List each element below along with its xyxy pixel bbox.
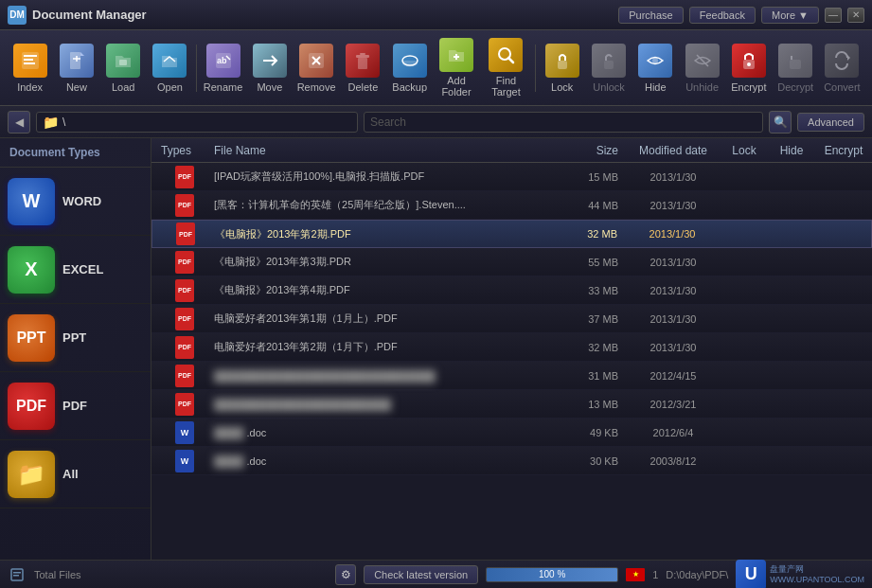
file-date-text: 2012/3/21 — [650, 399, 697, 410]
table-row[interactable]: PDF [IPAD玩家普级活用100%].电脑报.扫描版.PDF 15 MB 2… — [151, 163, 872, 191]
table-row[interactable]: W ████ .doc 30 KB 2003/8/12 — [151, 447, 872, 475]
file-name-text: 《电脑报》2013年第3期.PDR — [214, 256, 351, 267]
delete-label: Delete — [348, 81, 379, 93]
table-row[interactable]: PDF [黑客：计算机革命的英雄（25周年纪念版）].Steven.... 44… — [151, 191, 872, 220]
sidebar-item-excel[interactable]: X EXCEL — [0, 236, 151, 304]
path-icon: 📁 — [43, 115, 59, 130]
pdf-small-icon: PDF — [175, 194, 194, 217]
toolbar-addfolder-button[interactable]: Add Folder — [434, 36, 478, 100]
file-size-text: 32 MB — [588, 342, 618, 353]
file-date-cell: 2013/1/30 — [626, 284, 721, 297]
all-type-label: All — [62, 467, 79, 481]
search-button[interactable]: 🔍 — [769, 111, 792, 134]
sidebar-item-word[interactable]: W WORD — [0, 168, 151, 236]
pdf-type-icon: PDF — [8, 383, 55, 430]
open-icon — [151, 43, 187, 79]
toolbar-rename-button[interactable]: ab Rename — [201, 36, 245, 100]
pdf-small-icon: PDF — [176, 223, 195, 245]
toolbar-unhide-button[interactable]: Unhide — [680, 36, 724, 100]
sidebar: Document Types W WORD X EXCEL PPT PPT PD… — [0, 138, 151, 560]
table-row[interactable]: PDF ██████████████████████████████ 31 MB… — [151, 362, 872, 390]
svg-rect-2 — [24, 59, 33, 61]
search-display: Search — [364, 112, 763, 133]
toolbar-remove-button[interactable]: Remove — [294, 36, 338, 100]
col-header-date: Modified date — [626, 144, 721, 157]
backup-label: Backup — [392, 81, 427, 93]
file-date-text: 2013/1/30 — [650, 200, 697, 211]
toolbar-encrypt-button[interactable]: Encrypt — [726, 36, 771, 100]
toolbar-load-button[interactable]: Load — [101, 36, 146, 100]
sidebar-item-pdf[interactable]: PDF PDF — [0, 372, 151, 440]
file-name-text: 电脑爱好者2013年第1期（1月上）.PDF — [214, 312, 398, 324]
purchase-button[interactable]: Purchase — [618, 7, 683, 24]
col-header-types: Types — [151, 144, 208, 157]
toolbar-convert-button[interactable]: Convert — [820, 36, 864, 100]
more-button[interactable]: More ▼ — [761, 7, 819, 24]
file-name-cell: [黑客：计算机革命的英雄（25周年纪念版）].Steven.... — [208, 198, 560, 212]
encrypt-icon — [731, 43, 767, 79]
toolbar-findtarget-button[interactable]: Find Target — [481, 36, 532, 100]
svg-rect-33 — [13, 575, 19, 577]
table-row[interactable]: PDF 《电脑报》2013年第4期.PDF 33 MB 2013/1/30 — [151, 276, 872, 305]
decrypt-icon — [777, 43, 813, 79]
index-icon — [12, 43, 48, 79]
pdf-small-icon: PDF — [175, 279, 194, 302]
toolbar-open-button[interactable]: Open — [148, 36, 192, 100]
move-icon — [252, 43, 288, 79]
file-size-cell: 55 MB — [560, 256, 626, 269]
progress-bar: 100 % — [486, 567, 618, 582]
unlock-label: Unlock — [593, 81, 625, 93]
table-row[interactable]: W ████ .doc 49 KB 2012/6/4 — [151, 419, 872, 447]
advanced-button[interactable]: Advanced — [797, 113, 864, 132]
toolbar-index-button[interactable]: Index — [8, 36, 52, 100]
file-size-cell: 44 MB — [560, 199, 626, 212]
check-version-button[interactable]: Check latest version — [364, 565, 478, 584]
table-row[interactable]: PDF 电脑爱好者2013年第2期（1月下）.PDF 32 MB 2013/1/… — [151, 333, 872, 362]
rename-label: Rename — [204, 81, 243, 93]
table-row[interactable]: PDF ████████████████████████ 13 MB 2012/… — [151, 390, 872, 419]
index-label: Index — [17, 81, 43, 93]
word-small-icon: W — [175, 421, 194, 444]
status-path: D:\0day\PDF\ — [666, 569, 728, 580]
toolbar-delete-button[interactable]: Delete — [341, 36, 385, 100]
nav-back-button[interactable]: ◀ — [8, 111, 30, 134]
toolbar-backup-button[interactable]: Backup — [387, 36, 432, 100]
word-type-label: WORD — [62, 194, 101, 208]
nav-path-display: 📁 \ — [36, 112, 358, 133]
file-list: Types File Name Size Modified date Lock … — [151, 138, 872, 560]
toolbar-unlock-button[interactable]: Unlock — [586, 36, 631, 100]
sidebar-item-ppt[interactable]: PPT PPT — [0, 304, 151, 372]
file-size-cell: 37 MB — [560, 312, 626, 326]
toolbar-new-button[interactable]: New — [54, 36, 98, 100]
addfolder-icon — [438, 38, 474, 72]
file-size-text: 49 KB — [590, 427, 618, 438]
table-row[interactable]: PDF 《电脑报》2013年第2期.PDF 32 MB 2013/1/30 — [151, 220, 872, 248]
search-placeholder: Search — [370, 116, 406, 129]
word-type-icon: W — [8, 178, 55, 225]
file-name-text: 《电脑报》2013年第2期.PDF — [215, 228, 351, 240]
close-button[interactable]: ✕ — [847, 8, 864, 23]
file-name-cell: ████ .doc — [208, 426, 560, 439]
toolbar-hide-button[interactable]: Hide — [633, 36, 678, 100]
table-row[interactable]: PDF 《电脑报》2013年第3期.PDR 55 MB 2013/1/30 — [151, 248, 872, 276]
file-size-cell: 32 MB — [560, 341, 626, 354]
pdf-type-label: PDF — [62, 399, 87, 413]
table-row[interactable]: PDF 电脑爱好者2013年第1期（1月上）.PDF 37 MB 2013/1/… — [151, 305, 872, 333]
load-label: Load — [112, 81, 134, 93]
file-type-cell: PDF — [151, 365, 208, 387]
minimize-button[interactable]: — — [825, 8, 842, 23]
toolbar-decrypt-button[interactable]: Decrypt — [774, 36, 818, 100]
file-name-text: 《电脑报》2013年第4期.PDF — [214, 284, 350, 295]
toolbar-move-button[interactable]: Move — [247, 36, 292, 100]
file-date-text: 2012/6/4 — [653, 427, 694, 438]
settings-button[interactable]: ⚙ — [335, 564, 356, 585]
file-date-cell: 2013/1/30 — [626, 256, 721, 269]
col-header-hide: Hide — [768, 144, 815, 157]
logo-text: 盘量产网WWW.UPANTOOL.COM — [770, 564, 864, 585]
feedback-button[interactable]: Feedback — [689, 7, 756, 24]
file-date-text: 2013/1/30 — [650, 342, 697, 353]
toolbar-lock-button[interactable]: Lock — [540, 36, 584, 100]
sidebar-item-all[interactable]: 📁 All — [0, 440, 151, 508]
backup-icon — [392, 43, 428, 79]
file-name-cell: ████████████████████████ — [208, 398, 560, 411]
